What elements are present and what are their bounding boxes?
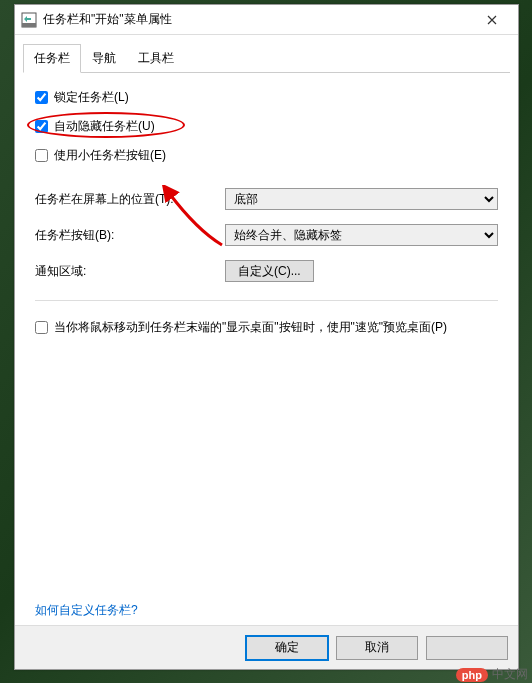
autohide-taskbar-row[interactable]: 自动隐藏任务栏(U) xyxy=(35,118,498,135)
tab-taskbar[interactable]: 任务栏 xyxy=(23,44,81,73)
window-title: 任务栏和"开始"菜单属性 xyxy=(43,11,472,28)
tab-bar: 任务栏 导航 工具栏 xyxy=(23,43,510,73)
notify-row: 通知区域: 自定义(C)... xyxy=(35,260,498,282)
ok-button[interactable]: 确定 xyxy=(246,636,328,660)
button-bar: 确定 取消 ... xyxy=(15,625,518,669)
properties-dialog: 任务栏和"开始"菜单属性 任务栏 导航 工具栏 锁定任务栏(L) 自动隐藏任务栏… xyxy=(14,4,519,670)
autohide-taskbar-checkbox[interactable] xyxy=(35,120,48,133)
position-select[interactable]: 底部 xyxy=(225,188,498,210)
tab-toolbars[interactable]: 工具栏 xyxy=(127,44,185,73)
apply-button[interactable]: ... xyxy=(426,636,508,660)
notify-label: 通知区域: xyxy=(35,263,225,280)
peek-checkbox[interactable] xyxy=(35,321,48,334)
buttons-row: 任务栏按钮(B): 始终合并、隐藏标签 xyxy=(35,224,498,246)
small-buttons-label: 使用小任务栏按钮(E) xyxy=(54,147,166,164)
small-buttons-row[interactable]: 使用小任务栏按钮(E) xyxy=(35,147,498,164)
position-label: 任务栏在屏幕上的位置(T): xyxy=(35,191,225,208)
tab-content: 锁定任务栏(L) 自动隐藏任务栏(U) 使用小任务栏按钮(E) 任务栏在屏幕上的… xyxy=(15,73,518,633)
lock-taskbar-label: 锁定任务栏(L) xyxy=(54,89,129,106)
position-row: 任务栏在屏幕上的位置(T): 底部 xyxy=(35,188,498,210)
small-buttons-checkbox[interactable] xyxy=(35,149,48,162)
peek-label: 当你将鼠标移动到任务栏末端的"显示桌面"按钮时，使用"速览"预览桌面(P) xyxy=(54,319,447,336)
buttons-label: 任务栏按钮(B): xyxy=(35,227,225,244)
lock-taskbar-checkbox[interactable] xyxy=(35,91,48,104)
close-button[interactable] xyxy=(472,6,512,34)
customize-button[interactable]: 自定义(C)... xyxy=(225,260,314,282)
lock-taskbar-row[interactable]: 锁定任务栏(L) xyxy=(35,89,498,106)
peek-row[interactable]: 当你将鼠标移动到任务栏末端的"显示桌面"按钮时，使用"速览"预览桌面(P) xyxy=(35,319,498,336)
titlebar: 任务栏和"开始"菜单属性 xyxy=(15,5,518,35)
buttons-select[interactable]: 始终合并、隐藏标签 xyxy=(225,224,498,246)
separator xyxy=(35,300,498,301)
help-link[interactable]: 如何自定义任务栏? xyxy=(35,602,138,619)
cancel-button[interactable]: 取消 xyxy=(336,636,418,660)
tab-navigation[interactable]: 导航 xyxy=(81,44,127,73)
taskbar-icon xyxy=(21,12,37,28)
svg-rect-1 xyxy=(22,23,36,27)
autohide-taskbar-label: 自动隐藏任务栏(U) xyxy=(54,118,155,135)
